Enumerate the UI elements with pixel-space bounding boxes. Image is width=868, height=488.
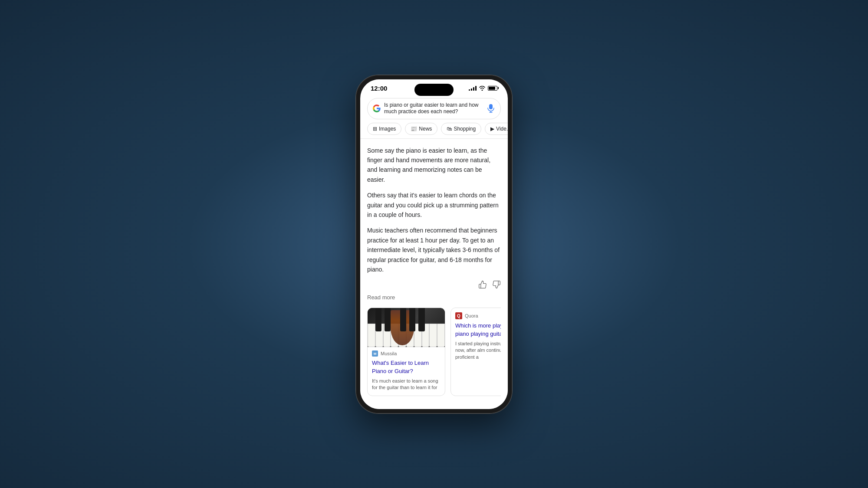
dynamic-island: [414, 84, 454, 96]
phone-device: 12:00: [356, 75, 512, 413]
signal-icon: [469, 85, 477, 91]
mussila-card[interactable]: M Mussila What's Easier to Learn Piano o…: [367, 308, 445, 396]
status-time: 12:00: [371, 85, 387, 92]
tab-images[interactable]: ⊞ Images: [367, 123, 401, 135]
quora-card-title: Which is more playing piano playing guit…: [455, 322, 501, 337]
feedback-row: [367, 280, 501, 291]
tab-images-label: Images: [379, 126, 396, 132]
mic-icon[interactable]: [487, 104, 495, 113]
videos-tab-icon: ▶: [490, 126, 494, 132]
tab-videos[interactable]: ▶ Vide...: [485, 123, 508, 135]
answer-paragraph-2: Others say that it's easier to learn cho…: [367, 190, 501, 219]
tab-shopping[interactable]: 🛍 Shopping: [441, 123, 481, 135]
main-content[interactable]: Some say the piano is easier to learn, a…: [360, 139, 508, 409]
quora-header: Q Quora: [455, 312, 501, 319]
answer-paragraph-3: Music teachers often recommend that begi…: [367, 226, 501, 274]
ai-answer-section: Some say the piano is easier to learn, a…: [367, 146, 501, 275]
shopping-tab-icon: 🛍: [447, 126, 452, 132]
news-tab-icon: 📰: [411, 126, 417, 132]
mussila-source: M Mussila: [368, 347, 445, 358]
mussila-source-name: Mussila: [381, 351, 397, 356]
google-logo: [373, 105, 381, 112]
thumbs-up-button[interactable]: [478, 280, 487, 291]
wifi-icon: [479, 86, 485, 91]
status-icons: [469, 85, 497, 91]
tab-videos-label: Vide...: [496, 126, 508, 132]
mussila-card-title: What's Easier to Learn Piano or Guitar?: [368, 358, 445, 377]
mussila-favicon: M: [372, 350, 378, 357]
filter-tabs: ⊞ Images 📰 News 🛍 Shopping ▶ Vide...: [360, 123, 508, 139]
mussila-card-snippet: It's much easier to learn a song for the…: [368, 378, 445, 396]
answer-paragraph-1: Some say the piano is easier to learn, a…: [367, 146, 501, 185]
read-more-button[interactable]: Read more: [367, 294, 501, 301]
search-bar[interactable]: Is piano or guitar easier to learn and h…: [367, 98, 501, 119]
phone-screen: 12:00: [360, 79, 508, 409]
thumbs-down-button[interactable]: [492, 280, 501, 291]
tab-news-label: News: [419, 126, 432, 132]
quora-card[interactable]: Q Quora Which is more playing piano play…: [450, 308, 501, 396]
result-cards-row: M Mussila What's Easier to Learn Piano o…: [367, 308, 501, 396]
quora-source-name: Quora: [465, 313, 478, 318]
quora-card-content: Q Quora Which is more playing piano play…: [451, 308, 501, 365]
tab-news[interactable]: 📰 News: [405, 123, 437, 135]
tab-shopping-label: Shopping: [454, 126, 476, 132]
quora-favicon: Q: [455, 312, 462, 319]
mussila-card-image: [368, 308, 445, 347]
images-tab-icon: ⊞: [373, 126, 377, 132]
svg-rect-0: [489, 104, 493, 109]
quora-card-snippet: I started playing instruments th now, af…: [455, 341, 501, 360]
battery-icon: [488, 86, 497, 91]
search-query-text[interactable]: Is piano or guitar easier to learn and h…: [384, 102, 487, 115]
